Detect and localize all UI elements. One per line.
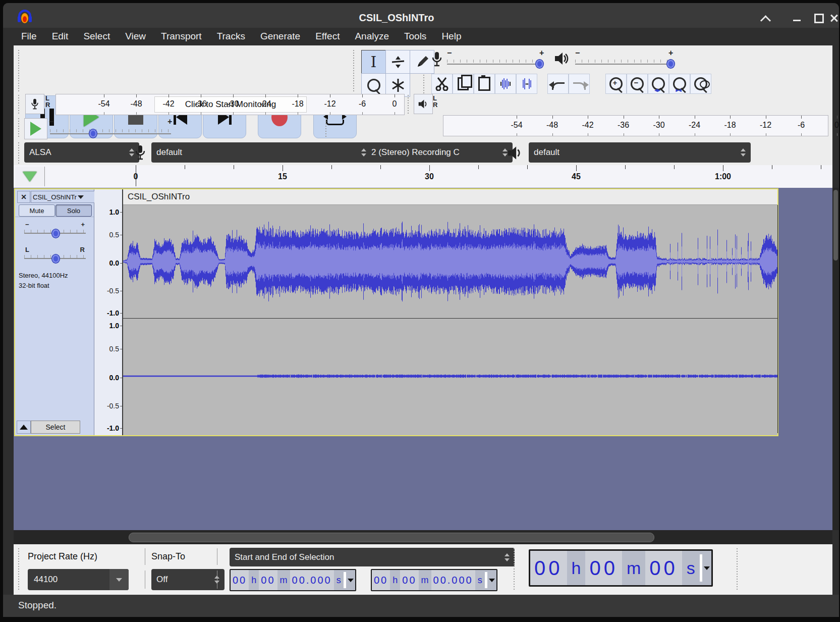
track-name-dropdown[interactable]: CSIL_OShINTr <box>31 191 95 203</box>
time-digits[interactable]: 00.000 <box>290 570 334 590</box>
gain-thumb[interactable] <box>51 229 60 238</box>
time-digits[interactable]: 00 <box>259 570 277 590</box>
recording-device-dropdown[interactable]: default <box>151 142 371 163</box>
playback-meter[interactable]: -54-48-42-36-30-24-18-12-60 <box>443 115 828 136</box>
trim-audio-button[interactable] <box>495 74 516 94</box>
track-close-button[interactable]: ✕ <box>17 191 30 203</box>
audio-host-dropdown[interactable]: ALSA <box>24 142 139 163</box>
horizontal-scrollbar-thumb[interactable] <box>129 533 654 542</box>
audio-position-display[interactable]: 00h00m00s <box>529 549 713 587</box>
horizontal-scrollbar[interactable] <box>14 530 832 544</box>
time-digits[interactable]: 00 <box>400 570 418 590</box>
menu-help[interactable]: Help <box>434 28 469 45</box>
mute-button[interactable]: Mute <box>19 204 55 217</box>
play-speed-slider[interactable] <box>50 133 171 134</box>
gain-slider[interactable]: − + <box>24 221 86 239</box>
play-at-speed-button[interactable] <box>24 118 47 139</box>
track-collapse-button[interactable] <box>17 421 31 434</box>
time-toolbar-end-grip[interactable] <box>737 548 740 591</box>
menu-analyze[interactable]: Analyze <box>347 28 397 45</box>
copy-button[interactable] <box>453 74 474 94</box>
playback-meter-grip[interactable] <box>408 95 411 115</box>
edit-toolbar-grip[interactable] <box>423 75 426 94</box>
snap-to-dropdown[interactable]: Off <box>151 569 225 590</box>
rec-volume-thumb[interactable] <box>535 59 544 69</box>
undo-button[interactable] <box>547 74 569 94</box>
fit-selection-button[interactable]: ◂▸ <box>648 74 669 94</box>
menu-tools[interactable]: Tools <box>397 28 434 45</box>
timeline-ruler[interactable]: 01530451:00 <box>45 165 832 187</box>
time-digits[interactable]: 00 <box>231 570 249 590</box>
play-speed-thumb[interactable] <box>89 129 97 138</box>
playback-device-dropdown[interactable]: default <box>529 142 751 163</box>
selection-tool-button[interactable]: I <box>361 50 386 74</box>
draw-tool-button[interactable] <box>410 50 434 74</box>
transport-toolbar-grip[interactable] <box>18 50 21 92</box>
time-unit[interactable]: s <box>334 575 344 586</box>
menu-select[interactable]: Select <box>76 28 118 45</box>
vertical-scrollbar[interactable] <box>832 188 839 530</box>
zoom-tool-button[interactable] <box>361 73 386 97</box>
pb-volume-slider[interactable] <box>575 64 671 65</box>
selection-end-field[interactable]: 00h00m00.000s <box>371 569 497 591</box>
pan-slider[interactable]: L R <box>24 246 86 264</box>
clip-title[interactable]: CSIL_OShINTro <box>123 189 777 205</box>
time-unit[interactable]: s <box>475 575 485 586</box>
time-unit[interactable]: s <box>682 558 700 578</box>
project-rate-dropdown[interactable]: 44100 <box>28 569 129 590</box>
time-digits[interactable]: 00.000 <box>431 570 475 590</box>
minimize-button[interactable] <box>791 13 802 24</box>
selection-mode-dropdown[interactable]: Start and End of Selection <box>230 548 515 566</box>
selection-start-field[interactable]: 00h00m00.000s <box>230 569 356 591</box>
paste-button[interactable] <box>474 74 495 94</box>
waveform-canvas[interactable] <box>123 205 778 433</box>
shade-button[interactable] <box>760 13 771 24</box>
pb-volume-thumb[interactable] <box>666 59 675 69</box>
vertical-scale-ruler[interactable]: 1.00.50.0-0.5-1.01.00.50.0-0.5-1.0 <box>94 189 123 435</box>
zoom-toggle-button[interactable] <box>690 74 711 94</box>
time-unit[interactable]: m <box>277 575 290 586</box>
chevron-down-icon[interactable] <box>489 579 495 582</box>
solo-button[interactable]: Solo <box>55 204 92 217</box>
recording-meter-grip[interactable] <box>18 95 21 115</box>
maximize-button[interactable] <box>813 13 824 24</box>
time-unit[interactable]: h <box>390 575 400 586</box>
time-unit[interactable]: h <box>249 575 259 586</box>
chevron-down-icon[interactable] <box>704 566 710 570</box>
recording-channels-dropdown[interactable]: 2 (Stereo) Recording C <box>366 142 513 163</box>
time-digits[interactable]: 00 <box>645 551 682 585</box>
device-toolbar-grip[interactable] <box>18 142 21 164</box>
time-unit[interactable]: h <box>567 558 586 578</box>
fit-project-button[interactable]: ▸◂ <box>669 74 690 94</box>
cut-button[interactable] <box>431 74 453 94</box>
menu-effect[interactable]: Effect <box>308 28 347 45</box>
pan-thumb[interactable] <box>51 254 60 264</box>
time-digits[interactable]: 00 <box>585 551 622 585</box>
menu-file[interactable]: File <box>14 28 44 45</box>
play-speed-grip[interactable] <box>18 118 21 138</box>
time-toolbar-grip[interactable] <box>514 548 517 591</box>
menu-view[interactable]: View <box>118 28 153 45</box>
silence-audio-button[interactable] <box>516 74 537 94</box>
title-bar[interactable]: CSIL_OShINTro <box>3 3 839 28</box>
track-select-button[interactable]: Select <box>31 421 80 434</box>
zoom-out-button[interactable]: − <box>627 74 648 94</box>
time-unit[interactable]: m <box>622 558 645 578</box>
menu-generate[interactable]: Generate <box>253 28 308 45</box>
time-digits[interactable]: 00 <box>372 570 390 590</box>
chevron-down-icon[interactable] <box>348 579 354 582</box>
time-unit[interactable]: m <box>419 575 431 586</box>
playback-meter-speaker-button[interactable] <box>414 94 433 114</box>
envelope-tool-button[interactable] <box>385 50 410 74</box>
recording-meter[interactable]: Click to Start Monitoring -54-48-42-36-3… <box>55 94 405 115</box>
menu-edit[interactable]: Edit <box>44 28 76 45</box>
tools-toolbar-grip[interactable] <box>353 50 356 92</box>
recording-meter-mic-button[interactable] <box>25 94 44 114</box>
redo-button[interactable] <box>569 74 590 94</box>
vertical-scrollbar-thumb[interactable] <box>833 190 838 261</box>
selection-toolbar-grip[interactable] <box>18 548 21 591</box>
pinned-play-head-button[interactable] <box>15 167 45 186</box>
zoom-in-button[interactable]: + <box>605 74 627 94</box>
menu-transport[interactable]: Transport <box>153 28 209 45</box>
rec-volume-slider[interactable] <box>447 64 543 65</box>
